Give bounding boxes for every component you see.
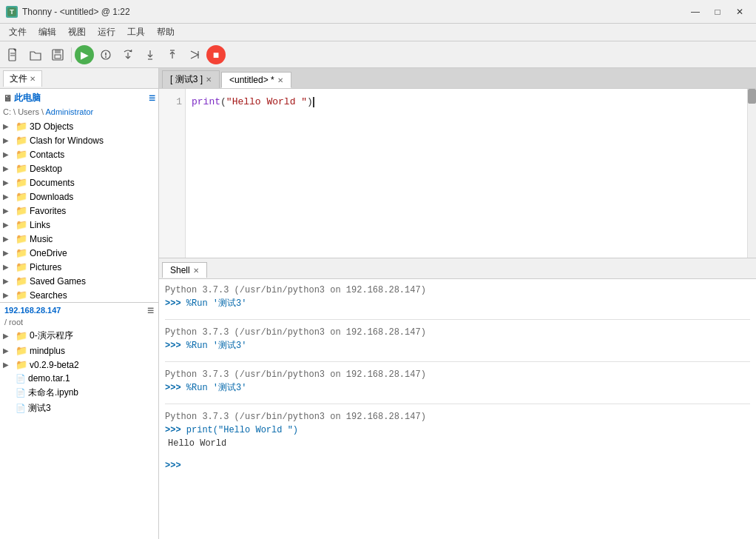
shell-separator — [165, 319, 750, 320]
shell-content[interactable]: Python 3.7.3 (/usr/bin/python3 on 192.16… — [159, 279, 756, 539]
remote-folder-demo-program[interactable]: ▶ 📁 0-演示程序 — [0, 328, 158, 344]
svg-rect-7 — [55, 55, 61, 58]
shell-line-1: >>> %Run '测试3' — [165, 297, 750, 310]
folder-label: v0.2.9-beta2 — [30, 360, 155, 370]
file-label: 未命名.ipynb — [28, 386, 155, 399]
stop-button[interactable]: ■ — [206, 45, 226, 64]
folder-downloads[interactable]: ▶ 📁 Downloads — [0, 190, 158, 204]
step-over-button[interactable] — [118, 44, 138, 65]
shell-command-1: %Run '测试3' — [186, 298, 247, 309]
step-out-button[interactable] — [162, 44, 183, 65]
menu-tools[interactable]: 工具 — [121, 24, 151, 40]
folder-icon: 📁 — [16, 330, 27, 341]
shell-active-prompt-line: >>> — [165, 459, 750, 472]
menu-view[interactable]: 视图 — [62, 24, 92, 40]
remote-file-test3[interactable]: 📄 测试3 — [0, 401, 158, 416]
editor-tabs: [ 测试3 ] ✕ <untitled> * ✕ — [159, 68, 756, 89]
right-panel: [ 测试3 ] ✕ <untitled> * ✕ 1 print("Hello … — [159, 68, 756, 539]
folder-onedrive[interactable]: ▶ 📁 OneDrive — [0, 246, 158, 260]
close-button[interactable]: ✕ — [729, 4, 750, 19]
file-tree: 🖥 此电脑 ☰ C: \ Users \ Administrator ▶ 📁 3… — [0, 89, 158, 539]
maximize-button[interactable]: □ — [707, 4, 728, 19]
shell-block-4: Python 3.7.3 (/usr/bin/python3 on 192.16… — [165, 410, 750, 450]
folder-label: Desktop — [30, 164, 155, 174]
toolbar-separator — [71, 47, 72, 62]
main-layout: 文件 ✕ 🖥 此电脑 ☰ C: \ Users \ Administrator … — [0, 68, 756, 539]
tab-untitled[interactable]: <untitled> * ✕ — [221, 72, 291, 88]
save-file-button[interactable] — [47, 44, 68, 65]
folder-icon: 📁 — [16, 289, 27, 301]
tab-close-icon[interactable]: ✕ — [277, 76, 283, 84]
tree-options-icon[interactable]: ☰ — [149, 94, 155, 102]
file-label: demo.tar.1 — [28, 373, 155, 384]
open-file-button[interactable] — [25, 44, 46, 65]
shell-tab-close-icon[interactable]: ✕ — [193, 267, 199, 275]
shell-active-prompt: >>> — [165, 461, 181, 471]
menu-file[interactable]: 文件 — [3, 24, 33, 40]
step-into-button[interactable] — [140, 44, 161, 65]
title-bar: T Thonny - <untitled> @ 1:22 — □ ✕ — [0, 0, 756, 24]
shell-python-info-1: Python 3.7.3 (/usr/bin/python3 on 192.16… — [165, 284, 750, 297]
folder-clash-for-windows[interactable]: ▶ 📁 Clash for Windows — [0, 133, 158, 147]
menu-edit[interactable]: 编辑 — [33, 24, 62, 40]
tab-close-icon[interactable]: ✕ — [206, 76, 212, 84]
files-tab[interactable]: 文件 ✕ — [3, 70, 42, 87]
remote-folder-v029beta2[interactable]: ▶ 📁 v0.2.9-beta2 — [0, 358, 158, 372]
folder-desktop[interactable]: ▶ 📁 Desktop — [0, 161, 158, 175]
folder-favorites[interactable]: ▶ 📁 Favorites — [0, 204, 158, 218]
new-file-button[interactable] — [3, 44, 24, 65]
folder-searches[interactable]: ▶ 📁 Searches — [0, 288, 158, 302]
remote-options-icon[interactable]: ☰ — [147, 307, 154, 315]
computer-icon: 🖥 — [3, 93, 12, 104]
folder-contacts[interactable]: ▶ 📁 Contacts — [0, 147, 158, 161]
folder-label: mindplus — [30, 346, 155, 356]
run-button[interactable]: ▶ — [75, 45, 94, 64]
folder-music[interactable]: ▶ 📁 Music — [0, 232, 158, 246]
app-icon: T — [6, 6, 18, 18]
shell-tab[interactable]: Shell ✕ — [162, 262, 207, 278]
folder-icon: 📁 — [16, 205, 27, 216]
menu-bar: 文件 编辑 视图 运行 工具 帮助 — [0, 24, 756, 41]
remote-folder-mindplus[interactable]: ▶ 📁 mindplus — [0, 344, 158, 358]
expand-icon: ▶ — [3, 150, 13, 158]
file-icon: 📄 — [16, 388, 26, 398]
folder-pictures[interactable]: ▶ 📁 Pictures — [0, 260, 158, 274]
shell-prompt: >>> — [165, 298, 186, 309]
minimize-button[interactable]: — — [685, 4, 706, 19]
folder-documents[interactable]: ▶ 📁 Documents — [0, 175, 158, 190]
cursor — [313, 97, 314, 107]
remote-file-demo[interactable]: 📄 demo.tar.1 — [0, 372, 158, 385]
resume-button[interactable] — [184, 44, 205, 65]
shell-command-2: %Run '测试3' — [186, 341, 247, 351]
remote-section: 192.168.28.147 ☰ / root ▶ 📁 0-演示程序 ▶ 📁 m… — [0, 302, 158, 416]
folder-icon: 📁 — [16, 163, 27, 174]
expand-icon: ▶ — [3, 122, 13, 130]
tab-test3[interactable]: [ 测试3 ] ✕ — [162, 70, 220, 88]
title-text: Thonny - <untitled> @ 1:22 — [22, 7, 130, 17]
this-pc-root[interactable]: 🖥 此电脑 ☰ — [0, 89, 158, 107]
shell-separator-3 — [165, 404, 750, 404]
expand-icon: ▶ — [3, 277, 13, 285]
folder-links[interactable]: ▶ 📁 Links — [0, 218, 158, 232]
folder-label: OneDrive — [30, 248, 155, 258]
expand-icon: ▶ — [3, 192, 13, 201]
shell-prompt: >>> — [165, 383, 186, 393]
folder-label: 0-演示程序 — [30, 329, 155, 342]
code-content[interactable]: print("Hello World ") — [186, 89, 747, 258]
this-pc-section: 🖥 此电脑 ☰ C: \ Users \ Administrator ▶ 📁 3… — [0, 89, 158, 302]
shell-prompt: >>> — [165, 341, 186, 351]
code-editor[interactable]: 1 print("Hello World ") — [159, 89, 756, 258]
window-controls: — □ ✕ — [685, 4, 750, 19]
remote-address[interactable]: 192.168.28.147 — [4, 306, 61, 315]
folder-label: Searches — [30, 290, 155, 301]
remote-file-unnamed-ipynb[interactable]: 📄 未命名.ipynb — [0, 385, 158, 401]
menu-help[interactable]: 帮助 — [151, 24, 180, 40]
menu-run[interactable]: 运行 — [92, 24, 121, 40]
editor-scrollbar[interactable] — [747, 89, 756, 258]
folder-3d-objects[interactable]: ▶ 📁 3D Objects — [0, 119, 158, 133]
expand-icon: ▶ — [3, 164, 13, 173]
folder-saved-games[interactable]: ▶ 📁 Saved Games — [0, 274, 158, 288]
folder-icon: 📁 — [16, 247, 27, 258]
tree-path: C: \ Users \ Administrator — [0, 107, 158, 119]
debug-button[interactable] — [95, 44, 116, 65]
